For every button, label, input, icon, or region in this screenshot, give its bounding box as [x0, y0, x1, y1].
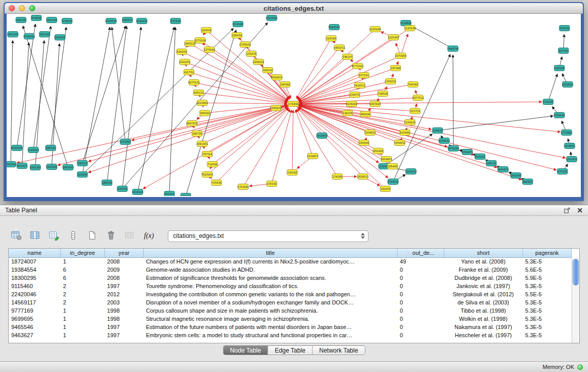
graph-node[interactable]: 787314 [202, 151, 212, 157]
graph-node[interactable]: 196107 [342, 54, 353, 60]
graph-node[interactable]: 715634 [211, 180, 222, 186]
graph-node[interactable]: 1275042 [204, 47, 215, 53]
graph-node[interactable]: 1861303 [7, 32, 18, 37]
graph-node[interactable]: 8109141 [439, 138, 450, 144]
graph-node[interactable]: 2275104 [194, 38, 206, 43]
tab-network-table[interactable]: Network Table [312, 346, 365, 355]
graph-node[interactable]: 5905183 [62, 165, 74, 170]
graph-node[interactable]: 1468121 [253, 59, 264, 65]
graph-node[interactable]: 1159121 [404, 120, 416, 125]
float-panel-icon[interactable] [564, 207, 571, 213]
graph-node[interactable]: 450493 [373, 148, 383, 154]
graph-node[interactable]: 1819142 [132, 189, 143, 195]
graph-node[interactable]: 7625401 [202, 172, 213, 178]
table-row[interactable]: 969969511998Structural magnetic resonanc… [9, 315, 572, 323]
graph-node[interactable]: 1830201 [270, 105, 281, 111]
graph-node[interactable]: 192442 [554, 65, 564, 71]
graph-node[interactable]: 158133 [181, 193, 191, 196]
graph-node[interactable]: 315753 [410, 108, 420, 114]
close-window-button[interactable] [9, 5, 15, 11]
graph-node[interactable]: 220608 [201, 28, 211, 33]
import-table-button[interactable] [122, 228, 138, 244]
graph-node[interactable]: 1802943 [562, 82, 573, 87]
column-header-name[interactable]: name [9, 249, 60, 257]
window-titlebar[interactable]: citations_edges.txt [5, 3, 583, 14]
graph-node[interactable]: 104073 [350, 92, 360, 98]
graph-node[interactable]: 819141 [475, 154, 485, 160]
graph-node[interactable]: 745093 [408, 82, 418, 87]
table-select-dropdown[interactable]: citations_edges.txt [168, 230, 368, 242]
graph-node[interactable]: 1125439 [404, 26, 416, 31]
table-row[interactable]: 911546021997Tourette syndrome. Phenomeno… [9, 282, 572, 290]
graph-node[interactable]: 1221397 [388, 35, 399, 40]
graph-node[interactable]: 1192423 [28, 147, 39, 153]
graph-node[interactable]: 1854951 [381, 157, 392, 162]
table-row[interactable]: 2242004622012Investigating the contribut… [9, 290, 572, 298]
graph-node[interactable]: 915531 [559, 26, 570, 31]
graph-node[interactable]: 1770483 [561, 130, 572, 136]
table-row[interactable]: 1830029562008Estimation of significance … [9, 274, 572, 282]
graph-node[interactable]: 9746041 [24, 34, 35, 39]
graph-node[interactable]: 174188 [332, 174, 342, 180]
graph-node[interactable]: 974604 [31, 15, 41, 21]
graph-node[interactable]: 1225439 [369, 27, 381, 32]
graph-node[interactable]: 974602 [62, 18, 72, 24]
column-header-out-de-[interactable]: △out_de... [397, 249, 444, 257]
table-row[interactable]: 1872400712008Changes of HCN gene express… [9, 257, 572, 266]
graph-node[interactable]: 2060504 [11, 145, 23, 151]
column-header-title[interactable]: title [143, 249, 397, 257]
graph-node[interactable]: 189131 [486, 161, 496, 166]
tab-edge-table[interactable]: Edge Table [268, 346, 312, 355]
graph-node[interactable]: 813044 [233, 21, 243, 27]
graph-node[interactable]: 421751 [184, 70, 194, 75]
graph-node[interactable]: 8910471 [497, 167, 509, 172]
graph-node[interactable]: 1918445 [316, 133, 328, 139]
graph-node[interactable]: 186130 [16, 17, 26, 23]
graph-node[interactable]: 1861342 [39, 32, 50, 37]
graph-node[interactable]: 748508 [378, 91, 388, 97]
graph-node[interactable]: 182453 [380, 186, 390, 192]
graph-node[interactable]: 1051853 [120, 139, 131, 145]
create-column-button[interactable] [46, 228, 62, 244]
column-header-in-degree[interactable]: in_degree [60, 249, 104, 257]
graph-node[interactable]: 1054931 [394, 140, 405, 146]
graph-node[interactable]: 1961011 [334, 45, 345, 51]
graph-node[interactable]: 1067421 [369, 101, 381, 107]
network-canvas[interactable]: 1861309746041861341974602200605418650518… [7, 14, 581, 197]
graph-node[interactable]: 130192 [287, 170, 297, 176]
graph-node[interactable]: 186505 [122, 17, 133, 23]
table-scrollbar[interactable] [572, 258, 579, 343]
new-table-button[interactable] [84, 228, 100, 244]
graph-node[interactable]: 1881301 [197, 141, 208, 147]
graph-node[interactable]: 185493 [387, 164, 398, 169]
graph-node[interactable]: 1861341 [46, 17, 57, 23]
graph-node[interactable]: 1664091 [329, 25, 340, 30]
graph-node[interactable]: 1948794 [447, 46, 459, 52]
table-row[interactable]: 1938455462009Genome-wide association stu… [9, 266, 572, 274]
graph-node[interactable]: 1900123 [184, 41, 195, 47]
graph-node[interactable]: 186352 [102, 180, 112, 186]
column-header-pagerank[interactable]: pagerank [522, 249, 571, 257]
graph-node[interactable]: 124874 [432, 128, 443, 134]
graph-node[interactable]: 982450 [522, 179, 533, 185]
graph-node[interactable]: 1024451 [564, 143, 575, 149]
graph-node[interactable]: 130191 [267, 181, 277, 187]
graph-node[interactable]: 425110 [193, 90, 204, 96]
graph-node[interactable]: 6791971 [462, 149, 473, 155]
graph-node[interactable]: 3162611 [271, 75, 282, 80]
graph-node[interactable]: 220404 [359, 140, 369, 146]
graph-node[interactable]: 195082 [280, 82, 290, 87]
graph-node[interactable]: 186730 [192, 131, 202, 137]
graph-node[interactable]: 115938 [543, 99, 553, 105]
graph-node[interactable]: 927341 [558, 48, 569, 54]
graph-node[interactable]: 322014 [263, 68, 273, 73]
column-header-year[interactable]: year [104, 249, 143, 257]
graph-node[interactable]: 1785031 [385, 79, 396, 84]
graph-node[interactable]: 8771541 [352, 63, 363, 69]
table-row[interactable]: 946554611997Estimation of the future num… [9, 323, 572, 331]
graph-node[interactable]: 915469 [400, 130, 410, 136]
graph-node[interactable]: 132105 [342, 111, 353, 116]
graph-node[interactable]: 226054 [232, 33, 242, 38]
graph-node[interactable]: 1534457 [307, 154, 318, 159]
show-columns-button[interactable] [27, 228, 43, 244]
